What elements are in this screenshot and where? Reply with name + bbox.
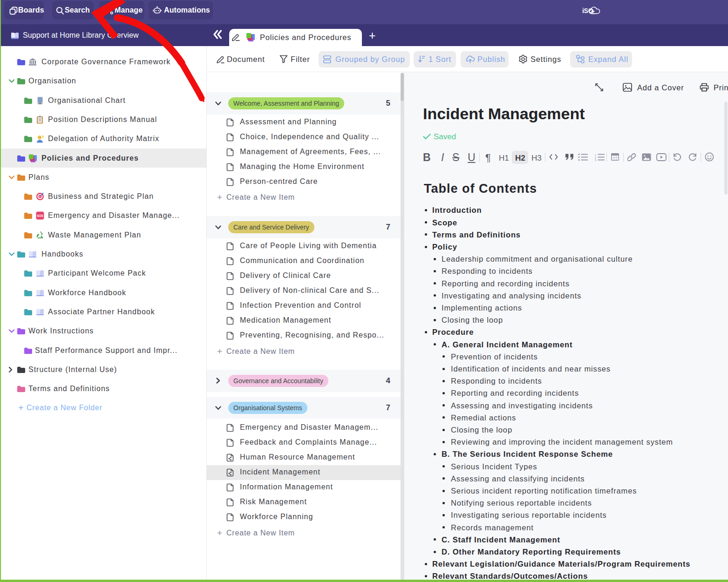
svg-text:3: 3 bbox=[595, 159, 596, 161]
svg-text:SOS: SOS bbox=[37, 215, 43, 218]
